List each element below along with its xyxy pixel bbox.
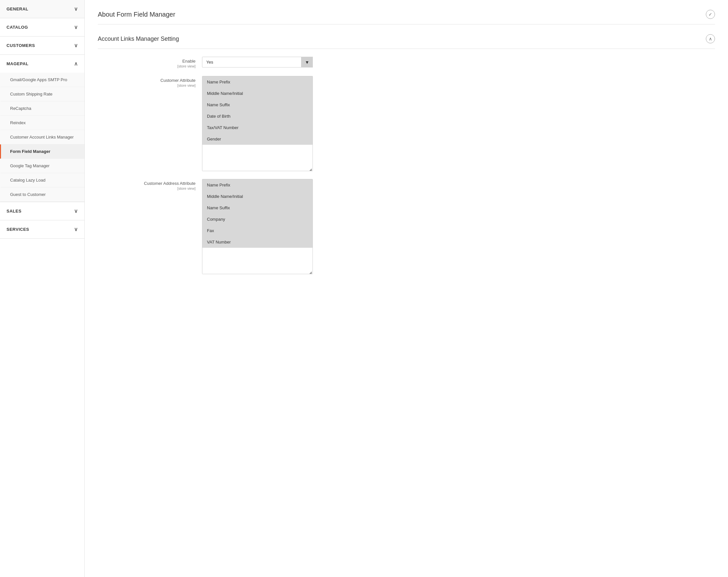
sidebar-section-chevron-general: ∨ [74,6,78,12]
sidebar-section-label-catalog: CATALOG [6,25,28,30]
settings-section-header: Account Links Manager Setting ∧ [98,34,715,49]
settings-collapse-button[interactable]: ∧ [706,34,715,43]
enable-select-wrapper: Yes No ▼ [202,57,313,68]
sidebar-section-label-sales: SALES [6,209,22,214]
sidebar-section-header-customers[interactable]: CUSTOMERS∨ [0,36,84,54]
sidebar-section-services: SERVICES∨ [0,220,84,239]
sidebar-section-customers: CUSTOMERS∨ [0,36,84,55]
sidebar-section-header-magepal[interactable]: MAGEPAL∧ [0,55,84,73]
sidebar-section-label-customers: CUSTOMERS [6,43,35,48]
sidebar-section-chevron-catalog: ∨ [74,24,78,30]
settings-section: Account Links Manager Setting ∧ Enable [… [98,34,715,274]
enable-control: Yes No ▼ [202,57,332,68]
enable-select[interactable]: Yes No [202,57,313,68]
multiselect-item[interactable]: Name Suffix [202,99,313,110]
customer-address-attribute-control: Name PrefixMiddle Name/InitialName Suffi… [202,179,332,274]
sidebar-item-guest-to-customer[interactable]: Guest to Customer [0,187,84,202]
sidebar-item-google-tag-manager[interactable]: Google Tag Manager [0,159,84,173]
sidebar-section-header-sales[interactable]: SALES∨ [0,202,84,220]
sidebar-section-catalog: CATALOG∨ [0,18,84,36]
sidebar-section-header-services[interactable]: SERVICES∨ [0,220,84,238]
sidebar-item-reindex[interactable]: Reindex [0,116,84,130]
customer-attribute-label: Customer Attribute [store view] [98,76,202,87]
sidebar-section-general: GENERAL∨ [0,0,84,18]
main-content: About Form Field Manager ✓ Account Links… [85,0,728,577]
customer-attribute-items: Name PrefixMiddle Name/InitialName Suffi… [202,76,313,145]
customer-attribute-control: Name PrefixMiddle Name/InitialName Suffi… [202,76,332,171]
customer-address-attribute-resize-handle[interactable]: ◢ [309,271,313,274]
sidebar-section-label-services: SERVICES [6,227,29,232]
sidebar-item-gmail[interactable]: Gmail/Google Apps SMTP Pro [0,73,84,87]
sidebar-section-label-general: GENERAL [6,6,28,11]
sidebar-item-customer-account-links[interactable]: Customer Account Links Manager [0,130,84,144]
customer-address-attribute-multiselect[interactable]: Name PrefixMiddle Name/InitialName Suffi… [202,179,313,274]
sidebar-item-form-field-manager[interactable]: Form Field Manager [0,144,84,159]
settings-title: Account Links Manager Setting [98,35,179,42]
multiselect-item[interactable]: Fax [202,225,313,236]
multiselect-item[interactable]: Gender [202,133,313,145]
customer-address-attribute-items: Name PrefixMiddle Name/InitialName Suffi… [202,179,313,248]
sidebar-item-recaptcha[interactable]: ReCaptcha [0,101,84,116]
sidebar-section-chevron-customers: ∨ [74,42,78,49]
customer-address-attribute-empty-area [202,248,313,274]
customer-attribute-row: Customer Attribute [store view] Name Pre… [98,76,715,171]
multiselect-item[interactable]: VAT Number [202,236,313,248]
about-collapse-button[interactable]: ✓ [706,10,715,19]
sidebar-section-header-general[interactable]: GENERAL∨ [0,0,84,18]
sidebar-item-custom-shipping[interactable]: Custom Shipping Rate [0,87,84,101]
multiselect-item[interactable]: Tax/VAT Number [202,122,313,133]
multiselect-item[interactable]: Name Prefix [202,76,313,88]
customer-attribute-resize-handle[interactable]: ◢ [309,168,313,171]
about-title: About Form Field Manager [98,11,175,18]
customer-address-attribute-label: Customer Address Attribute [store view] [98,179,202,191]
customer-address-attribute-row: Customer Address Attribute [store view] … [98,179,715,274]
multiselect-item[interactable]: Middle Name/Initial [202,88,313,99]
customer-attribute-multiselect[interactable]: Name PrefixMiddle Name/InitialName Suffi… [202,76,313,171]
about-section-header: About Form Field Manager ✓ [98,10,715,24]
multiselect-item[interactable]: Name Prefix [202,179,313,191]
sidebar-items-magepal: Gmail/Google Apps SMTP ProCustom Shippin… [0,73,84,202]
sidebar-section-header-catalog[interactable]: CATALOG∨ [0,18,84,36]
multiselect-item[interactable]: Middle Name/Initial [202,191,313,202]
sidebar-section-chevron-magepal: ∧ [74,60,78,67]
multiselect-item[interactable]: Date of Birth [202,110,313,122]
about-divider [98,24,715,24]
sidebar-section-chevron-sales: ∨ [74,208,78,214]
sidebar-section-sales: SALES∨ [0,202,84,220]
enable-label: Enable [store view] [98,57,202,68]
sidebar-section-magepal: MAGEPAL∧Gmail/Google Apps SMTP ProCustom… [0,55,84,202]
sidebar-section-chevron-services: ∨ [74,226,78,232]
enable-row: Enable [store view] Yes No ▼ [98,57,715,68]
sidebar: GENERAL∨CATALOG∨CUSTOMERS∨MAGEPAL∧Gmail/… [0,0,85,577]
multiselect-item[interactable]: Name Suffix [202,202,313,214]
sidebar-item-catalog-lazy-load[interactable]: Catalog Lazy Load [0,173,84,187]
multiselect-item[interactable]: Company [202,214,313,225]
sidebar-section-label-magepal: MAGEPAL [6,61,29,66]
customer-attribute-empty-area [202,145,313,171]
